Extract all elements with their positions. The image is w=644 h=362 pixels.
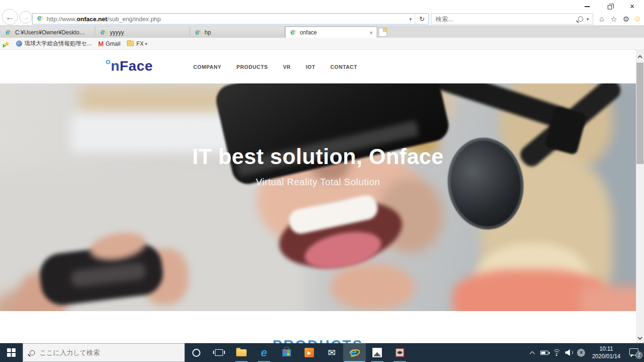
task-view-icon [215, 349, 223, 356]
tools-button[interactable]: ⚙ [620, 14, 632, 24]
url-dropdown-icon[interactable]: ▾ [406, 16, 415, 22]
notification-badge: 2 [636, 352, 643, 359]
home-icon: ⌂ [599, 15, 604, 23]
store-button[interactable] [275, 343, 298, 362]
edge-icon: e [261, 347, 267, 358]
hero-title: IT best solution, Onface [0, 144, 636, 169]
ie-icon: e [348, 346, 361, 359]
scroll-up-button[interactable] [636, 53, 644, 61]
scrollbar-thumb[interactable] [636, 63, 644, 164]
ie-tab-icon: e [289, 29, 297, 36]
nav-contact[interactable]: CONTACT [330, 64, 357, 70]
photos-button[interactable] [366, 343, 388, 362]
clock[interactable]: 10:11 2020/01/14 [587, 345, 625, 360]
feedback-button[interactable]: ☺ [632, 14, 643, 24]
restore-icon [608, 5, 612, 9]
date: 2020/01/14 [592, 353, 620, 360]
tab-hp[interactable]: e hp [190, 26, 285, 38]
products-section: PRODUCTS [0, 311, 636, 343]
minimize-icon [585, 6, 590, 7]
taskbar-search-input[interactable] [40, 349, 184, 356]
photo-viewer-button[interactable] [388, 343, 411, 362]
ie-tab-icon: e [99, 29, 107, 36]
mail-button[interactable]: ✉ [321, 343, 343, 362]
hero-subtitle: Virtual Reality Total Solution [0, 177, 636, 188]
back-button[interactable]: ← [2, 9, 18, 25]
refresh-icon[interactable]: ↻ [415, 15, 429, 23]
close-button[interactable]: × [625, 2, 639, 11]
start-button[interactable] [0, 343, 23, 362]
page-viewport: onFace COMPANY PRODUCTS VR IOT CONTACT [0, 50, 644, 343]
onface-logo[interactable]: onFace [106, 57, 153, 74]
task-view-button[interactable] [207, 343, 230, 362]
globe-icon [16, 41, 22, 47]
favorite-fx-folder[interactable]: FX ▾ [127, 41, 147, 47]
browser-navrow: ← → e http://www.onface.net/sub_eng/inde… [0, 12, 644, 25]
minimize-button[interactable] [580, 2, 594, 11]
address-bar[interactable]: e http://www.onface.net/sub_eng/index.ph… [32, 13, 429, 25]
file-explorer-button[interactable] [230, 343, 253, 362]
tab-vr-file[interactable]: e C:¥Users¥Owner¥Desktop¥VR-... [1, 26, 95, 38]
photos-icon [372, 348, 382, 357]
ie-tab-icon: e [5, 29, 12, 36]
status-button[interactable]: × [575, 349, 587, 357]
internet-explorer-button[interactable]: e [343, 343, 366, 362]
show-hidden-icons-button[interactable] [526, 351, 538, 354]
favorite-label: Gmail [106, 41, 120, 47]
tab-label: yyyyy [110, 29, 124, 36]
movies-tv-button[interactable]: ▶ [298, 343, 321, 362]
favorite-gmail[interactable]: M Gmail [98, 40, 120, 48]
edge-button[interactable]: e [253, 343, 275, 362]
products-heading: PRODUCTS [0, 337, 636, 343]
forward-button[interactable]: → [19, 11, 32, 24]
action-center-button[interactable]: 2 [625, 348, 644, 357]
network-button[interactable] [551, 349, 563, 356]
gmail-icon: M [98, 40, 104, 48]
home-button[interactable]: ⌂ [596, 14, 607, 24]
site-nav: COMPANY PRODUCTS VR IOT CONTACT [193, 50, 357, 83]
tab-yyyyy[interactable]: e yyyyy [96, 26, 190, 38]
mail-icon: ✉ [328, 348, 336, 357]
speaker-icon [565, 349, 573, 356]
tab-close-icon[interactable]: × [363, 29, 373, 36]
gear-icon: ⚙ [623, 15, 629, 24]
store-icon [282, 349, 291, 356]
nav-vr[interactable]: VR [283, 64, 290, 70]
browser-search-input[interactable] [431, 16, 578, 23]
url-domain: onface.net [77, 16, 107, 23]
nav-iot[interactable]: IOT [306, 64, 315, 70]
nav-company[interactable]: COMPANY [193, 64, 222, 70]
restore-button[interactable] [603, 2, 617, 11]
chevron-up-icon [638, 55, 643, 60]
folder-icon [236, 349, 247, 356]
screen: × ← → e http://www.onface.net/sub_eng/in… [0, 0, 644, 362]
browser-search-box[interactable]: ▾ [431, 13, 593, 25]
favorite-university[interactable]: 琉球大学総合情報処理セ... [16, 40, 91, 48]
x-circle-icon: × [577, 349, 585, 357]
page-scrollbar[interactable] [636, 50, 644, 343]
add-favorite-icon[interactable]: ★ [4, 40, 11, 48]
favorites-button[interactable]: ☆ [608, 14, 619, 24]
cortana-button[interactable] [185, 343, 207, 362]
logo-letter-o: o [106, 57, 111, 66]
search-dropdown-icon[interactable]: ▾ [585, 16, 593, 22]
favorite-label: FX [136, 41, 143, 47]
cortana-icon [192, 349, 200, 357]
time: 10:11 [592, 345, 620, 353]
hero-banner: IT best solution, Onface Virtual Reality… [0, 83, 636, 311]
hero-art-chin [330, 263, 415, 311]
chevron-down-icon: ▾ [145, 41, 148, 46]
nav-products[interactable]: PRODUCTS [237, 64, 268, 70]
scroll-down-button[interactable] [636, 334, 644, 342]
new-tab-button[interactable] [379, 28, 387, 37]
battery-button[interactable] [538, 351, 551, 355]
volume-button[interactable] [563, 349, 575, 356]
ie-favicon: e [36, 15, 44, 24]
chevron-up-icon [529, 351, 535, 356]
favorite-label: 琉球大学総合情報処理セ... [25, 40, 91, 48]
tab-onface-active[interactable]: e onface × [285, 26, 377, 38]
taskbar-search[interactable] [23, 343, 185, 362]
search-icon [30, 350, 35, 355]
tab-strip: e C:¥Users¥Owner¥Desktop¥VR-... e yyyyy … [0, 25, 644, 38]
search-icon[interactable] [578, 16, 583, 22]
